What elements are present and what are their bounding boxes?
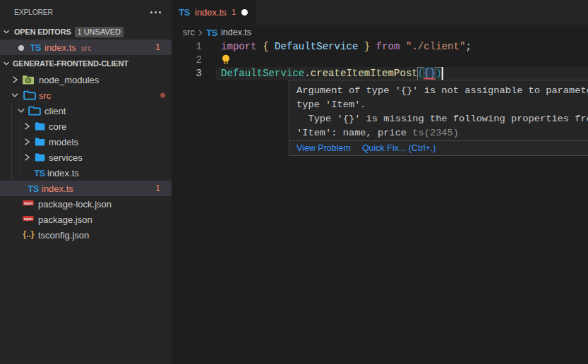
svg-text:TS: TS [28, 183, 39, 194]
svg-text:TS: TS [179, 7, 190, 18]
svg-text:TS: TS [206, 28, 217, 38]
svg-text:npm: npm [24, 217, 33, 221]
svg-text:TS: TS [34, 168, 45, 178]
svg-text:TS: TS [30, 42, 41, 53]
svg-text:npm: npm [24, 201, 33, 205]
